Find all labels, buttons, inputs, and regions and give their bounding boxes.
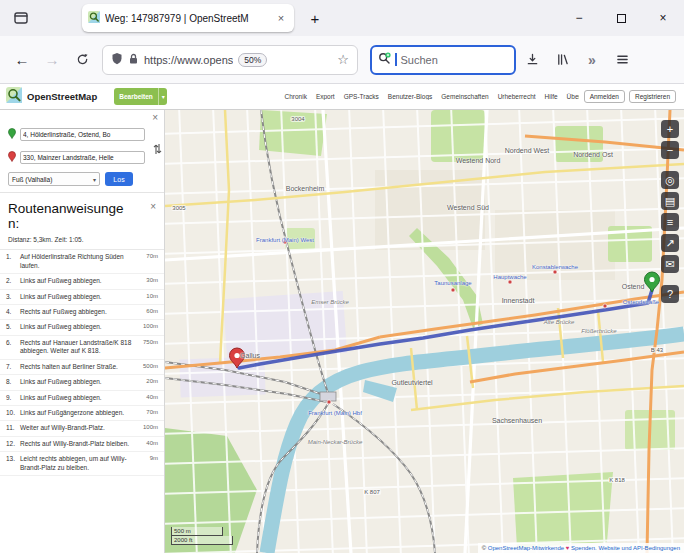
reload-button[interactable] bbox=[68, 46, 96, 74]
lock-icon[interactable] bbox=[128, 51, 139, 69]
back-button[interactable]: ← bbox=[8, 46, 36, 74]
step-number: 4. bbox=[6, 308, 17, 316]
step-number: 8. bbox=[6, 378, 17, 386]
step-text: Links auf Fußweg abbiegen. bbox=[20, 378, 133, 386]
route-to-input[interactable] bbox=[20, 151, 145, 164]
direction-step[interactable]: 10.Links auf Fußgängerzone abbiegen.70m bbox=[0, 406, 164, 421]
sidebar: × bbox=[0, 110, 165, 553]
step-distance: 750m bbox=[136, 339, 158, 356]
add-note-button[interactable]: ✉ bbox=[661, 255, 679, 273]
menu-item-0[interactable]: Chronik bbox=[284, 93, 306, 100]
zoom-level-badge[interactable]: 50% bbox=[238, 53, 267, 67]
forward-button[interactable]: → bbox=[38, 46, 66, 74]
step-distance: 40m bbox=[136, 394, 158, 402]
step-distance: 9m bbox=[136, 455, 158, 472]
direction-step[interactable]: 1.Auf Hölderlinstraße Richtung Süden lau… bbox=[0, 250, 164, 274]
step-text: Links auf Fußweg abbiegen. bbox=[20, 323, 133, 331]
map-controls: +−◎▤≡↗✉? bbox=[661, 120, 679, 303]
attribution-contributors-link[interactable]: OpenStreetMap-Mitwirkende bbox=[488, 545, 564, 551]
route-form-close-icon[interactable]: × bbox=[152, 112, 158, 123]
menu-item-5[interactable]: Urheberrecht bbox=[498, 93, 536, 100]
end-marker-icon bbox=[8, 148, 16, 166]
tab-title: Weg: 147987979 | OpenStreetM bbox=[105, 13, 269, 24]
direction-step[interactable]: 5.Links auf Fußweg abbiegen.100m bbox=[0, 320, 164, 335]
edit-button[interactable]: Bearbeiten ▾ bbox=[114, 88, 167, 105]
layers-button[interactable]: ▤ bbox=[661, 192, 679, 210]
step-number: 3. bbox=[6, 293, 17, 301]
zoom-out-button[interactable]: − bbox=[661, 141, 679, 159]
direction-step[interactable]: 8.Links auf Fußweg abbiegen.20m bbox=[0, 375, 164, 390]
direction-step[interactable]: 7.Rechts halten auf Berliner Straße.500m bbox=[0, 360, 164, 375]
scale-control: 500 m 2000 ft bbox=[171, 527, 233, 545]
menu-item-7[interactable]: Über bbox=[567, 93, 579, 100]
go-button[interactable]: Los bbox=[105, 172, 133, 186]
minimize-button[interactable]: − bbox=[558, 0, 600, 36]
step-distance: 60m bbox=[136, 308, 158, 316]
window-controls: − × bbox=[558, 0, 684, 36]
chevron-down-icon[interactable]: ▾ bbox=[158, 88, 168, 105]
step-text: Rechts auf Hanauer Landstraße/K 818 abbi… bbox=[20, 339, 133, 356]
route-form: × bbox=[0, 110, 164, 193]
close-window-button[interactable]: × bbox=[642, 0, 684, 36]
map-key-button[interactable]: ≡ bbox=[661, 213, 679, 231]
browser-tab[interactable]: Weg: 147987979 | OpenStreetM × bbox=[82, 4, 294, 32]
url-bar[interactable]: https://www.opens 50% ☆ bbox=[102, 45, 358, 75]
direction-step[interactable]: 11.Weiter auf Willy-Brandt-Platz.100m bbox=[0, 421, 164, 436]
firefox-view-icon[interactable] bbox=[8, 5, 34, 31]
app-menu-button[interactable] bbox=[608, 46, 636, 74]
step-distance: 100m bbox=[136, 424, 158, 432]
step-distance: 10m bbox=[136, 293, 158, 301]
map-canvas[interactable] bbox=[165, 110, 684, 553]
directions-list: 1.Auf Hölderlinstraße Richtung Süden lau… bbox=[0, 249, 164, 476]
step-distance: 100m bbox=[136, 323, 158, 331]
terms-link[interactable]: Website und API-Bedingungen bbox=[598, 545, 680, 551]
swap-route-icon[interactable] bbox=[153, 142, 162, 160]
route-from-input[interactable] bbox=[20, 128, 145, 141]
heart-icon: ♥ bbox=[564, 545, 571, 551]
step-text: Rechts halten auf Berliner Straße. bbox=[20, 363, 133, 371]
osm-logo-icon[interactable] bbox=[6, 87, 22, 107]
login-button[interactable]: Anmelden bbox=[584, 90, 625, 103]
direction-step[interactable]: 6.Rechts auf Hanauer Landstraße/K 818 ab… bbox=[0, 336, 164, 360]
map-attribution: © OpenStreetMap-Mitwirkende ♥ Spenden. W… bbox=[478, 543, 684, 553]
direction-step[interactable]: 9.Links auf Fußweg abbiegen.40m bbox=[0, 391, 164, 406]
new-tab-button[interactable]: + bbox=[302, 5, 328, 31]
zoom-in-button[interactable]: + bbox=[661, 120, 679, 138]
step-number: 13. bbox=[6, 455, 17, 472]
direction-step[interactable]: 13.Leicht rechts abbiegen, um auf Willy-… bbox=[0, 452, 164, 476]
direction-step[interactable]: 2.Links auf Fußweg abbiegen.30m bbox=[0, 274, 164, 289]
tab-close-icon[interactable]: × bbox=[274, 12, 288, 24]
overflow-menu-button[interactable]: » bbox=[578, 46, 606, 74]
map[interactable]: BockenheimWestend NordNordend WestNorden… bbox=[165, 110, 684, 553]
direction-step[interactable]: 4.Rechts auf Fußweg abbiegen.60m bbox=[0, 305, 164, 320]
query-features-button[interactable]: ? bbox=[661, 285, 679, 303]
transport-mode-select[interactable]: Fuß (Valhalla) ▾ bbox=[8, 172, 100, 186]
library-icon[interactable] bbox=[548, 46, 576, 74]
text-cursor bbox=[395, 53, 397, 66]
menu-item-3[interactable]: Benutzer-Blogs bbox=[388, 93, 432, 100]
signup-button[interactable]: Registrieren bbox=[629, 90, 676, 103]
directions-close-icon[interactable]: × bbox=[150, 201, 156, 212]
hauptbahnhof-building bbox=[320, 392, 336, 401]
step-text: Rechts auf Willy-Brandt-Platz bleiben. bbox=[20, 440, 133, 448]
step-number: 10. bbox=[6, 409, 17, 417]
menu-item-2[interactable]: GPS-Tracks bbox=[344, 93, 379, 100]
maximize-icon bbox=[617, 14, 626, 23]
shield-icon[interactable] bbox=[111, 51, 123, 69]
direction-step[interactable]: 12.Rechts auf Willy-Brandt-Platz bleiben… bbox=[0, 437, 164, 452]
maximize-button[interactable] bbox=[600, 0, 642, 36]
menu-item-1[interactable]: Export bbox=[316, 93, 335, 100]
donate-link[interactable]: Spenden. bbox=[571, 545, 597, 551]
menu-item-6[interactable]: Hilfe bbox=[545, 93, 558, 100]
locate-button[interactable]: ◎ bbox=[661, 171, 679, 189]
share-button[interactable]: ↗ bbox=[661, 234, 679, 252]
step-number: 11. bbox=[6, 424, 17, 432]
direction-step[interactable]: 3.Links auf Fußweg abbiegen.10m bbox=[0, 290, 164, 305]
url-text: https://www.opens bbox=[144, 54, 233, 66]
bookmark-star-icon[interactable]: ☆ bbox=[337, 52, 349, 67]
chevron-down-icon: ▾ bbox=[93, 176, 96, 183]
menu-item-4[interactable]: Gemeinschaften bbox=[441, 93, 488, 100]
downloads-button[interactable] bbox=[518, 46, 546, 74]
osm-brand[interactable]: OpenStreetMap bbox=[27, 91, 97, 102]
search-bar[interactable]: Suchen bbox=[370, 45, 516, 75]
